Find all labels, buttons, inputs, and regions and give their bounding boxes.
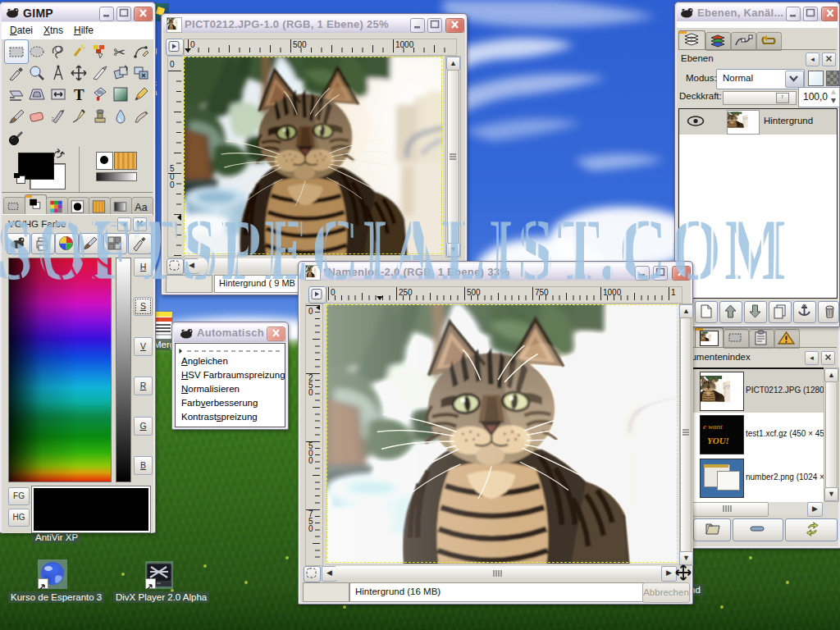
svg-text:0: 0 [170, 180, 175, 189]
svg-text:0: 0 [308, 307, 313, 316]
svg-text:1000: 1000 [395, 40, 414, 49]
svg-text:T: T [74, 86, 84, 103]
svg-text:0: 0 [190, 40, 195, 49]
svg-text:0: 0 [308, 524, 313, 533]
svg-text:500: 500 [293, 40, 307, 49]
svg-text:0: 0 [308, 456, 313, 465]
svg-text:0: 0 [308, 388, 313, 397]
svg-text:0: 0 [170, 60, 175, 69]
svg-text:✂: ✂ [113, 44, 126, 61]
